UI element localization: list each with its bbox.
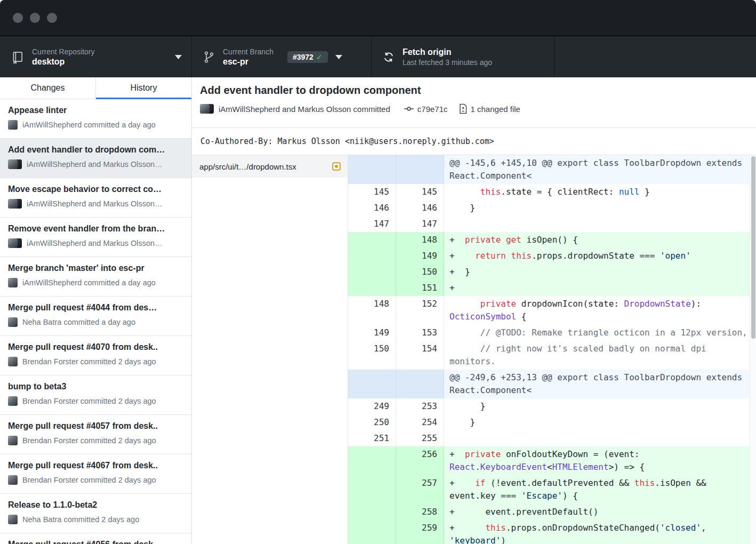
diff-row: 257+ if (!event.defaultPrevented && this… xyxy=(348,475,756,504)
diff-row: 151+ xyxy=(348,280,756,296)
commit-item-title: Merge pull request #4056 from desk.. xyxy=(8,539,183,544)
minimize-window-button[interactable] xyxy=(30,13,40,23)
diff-area: app/src/ui/t…/dropdown.tsx @@ -145,6 +14… xyxy=(192,155,756,544)
fetch-origin-button[interactable]: Fetch origin Last fetched 3 minutes ago xyxy=(372,36,554,77)
commit-item-title: Merge pull request #4057 from desk.. xyxy=(8,420,183,432)
diff-gutter-new: 152 xyxy=(396,296,444,325)
commit-list-item[interactable]: Appease linter iAmWillShepherd committed… xyxy=(0,99,191,139)
commit-list: Appease linter iAmWillShepherd committed… xyxy=(0,99,191,544)
toolbar-spacer xyxy=(554,36,756,77)
diff-gutter-new: 254 xyxy=(396,414,444,430)
commit-list-item[interactable]: bump to beta3 Brendan Forster committed … xyxy=(0,375,191,415)
avatar-stack xyxy=(8,278,18,287)
diff-gutter-new: 258 xyxy=(396,504,444,520)
check-icon: ✓ xyxy=(316,53,323,61)
diff-row: 150154 // right now it's scaled badly on… xyxy=(348,341,756,370)
commit-item-title: Merge pull request #4067 from desk.. xyxy=(8,460,183,471)
diff-gutter-new: 257 xyxy=(396,475,444,504)
diff-row: 256+ private onFoldoutKeyDown = (event: … xyxy=(348,446,756,475)
commit-list-item[interactable]: Remove event handler from the bran… iAmW… xyxy=(0,218,191,257)
commit-item-byline: Brendan Forster committed 2 days ago xyxy=(22,397,156,405)
commit-list-item[interactable]: Add event handler to dropdown com… iAmWi… xyxy=(0,139,191,178)
commit-list-item[interactable]: Merge pull request #4057 from desk.. Bre… xyxy=(0,415,191,454)
commit-list-item[interactable]: Merge pull request #4070 from desk.. Bre… xyxy=(0,336,191,375)
diff-code-line: + xyxy=(444,280,756,296)
diff-gutter-new: 154 xyxy=(396,341,444,370)
changed-files-group: 1 changed file xyxy=(458,103,520,114)
close-window-button[interactable] xyxy=(13,13,23,23)
commit-list-item[interactable]: Release to 1.1.0-beta2 Neha Batra commit… xyxy=(0,494,191,533)
commit-byline: iAmWillShepherd and Markus Olsson commit… xyxy=(219,105,390,114)
diff-gutter-old: 149 xyxy=(348,325,396,341)
diff-gutter-new: 149 xyxy=(396,248,444,264)
commit-list-item[interactable]: Merge pull request #4067 from desk.. Bre… xyxy=(0,454,191,494)
diff-row: 250254 } xyxy=(348,414,756,430)
diff-scrollbar[interactable] xyxy=(750,155,756,544)
avatar-stack xyxy=(8,475,18,485)
avatar xyxy=(8,475,18,485)
diff-row: 249253 } xyxy=(348,398,756,414)
diff-code-line xyxy=(444,430,756,446)
current-branch-button[interactable]: Current Branch esc-pr #3972✓ xyxy=(192,36,372,77)
current-repository-button[interactable]: Current Repository desktop xyxy=(0,36,192,77)
commit-item-byline-row: Brendan Forster committed 2 days ago xyxy=(8,436,183,445)
diff-gutter-old: 147 xyxy=(348,216,396,232)
commit-item-byline: Brendan Forster committed 2 days ago xyxy=(22,357,156,366)
diff-code-line: + } xyxy=(444,264,756,280)
commit-list-item[interactable]: Move escape behavior to correct co… iAmW… xyxy=(0,178,191,218)
diff-code-line: + if (!event.defaultPrevented && this.is… xyxy=(444,475,756,504)
diff-code-line: + private onFoldoutKeyDown = (event: Rea… xyxy=(444,446,756,475)
commit-item-byline: Neha Batra committed a day ago xyxy=(22,318,135,326)
diff-code-line: + this.props.onDropdownStateChanged('clo… xyxy=(444,520,756,544)
commit-item-title: Merge branch 'master' into esc-pr xyxy=(8,262,183,274)
diff-code-line xyxy=(444,216,756,232)
commit-item-title: Release to 1.1.0-beta2 xyxy=(8,499,183,511)
commit-item-byline-row: Brendan Forster committed 2 days ago xyxy=(8,475,183,485)
commit-item-byline-row: iAmWillShepherd and Markus Olsson… xyxy=(8,238,183,248)
diff-gutter-old xyxy=(348,504,396,520)
diff-gutter-old xyxy=(348,264,396,280)
avatar xyxy=(8,357,18,366)
commit-list-item[interactable]: Merge pull request #4044 from des… Neha … xyxy=(0,297,191,336)
avatar xyxy=(8,120,18,130)
repo-book-icon xyxy=(11,50,25,64)
window-controls xyxy=(13,13,57,23)
commit-list-item[interactable]: Merge pull request #4056 from desk.. xyxy=(0,533,191,544)
commit-item-byline-row: Neha Batra committed 2 days ago xyxy=(8,515,183,524)
toolbar: Current Repository desktop Current Branc… xyxy=(0,36,756,77)
commit-item-byline-row: iAmWillShepherd and Markus Olsson… xyxy=(8,199,183,209)
file-list-item[interactable]: app/src/ui/t…/dropdown.tsx xyxy=(192,155,348,178)
repository-name: desktop xyxy=(32,57,95,67)
commit-item-byline: iAmWillShepherd committed a day ago xyxy=(22,278,156,287)
diff-gutter-old: 249 xyxy=(348,398,396,414)
diff-row: 149+ return this.props.dropdownState ===… xyxy=(348,248,756,264)
window-titlebar xyxy=(0,0,756,36)
diff-code-line: } xyxy=(444,414,756,430)
diff-gutter-old: 250 xyxy=(348,414,396,430)
diff-gutter-old xyxy=(348,280,396,296)
fetch-text: Fetch origin Last fetched 3 minutes ago xyxy=(403,47,492,67)
commit-description: Co-Authored-By: Markus Olsson <niik@user… xyxy=(192,128,756,155)
branch-text: Current Branch esc-pr xyxy=(223,47,274,67)
sidebar-tabs: Changes History xyxy=(0,77,191,99)
tab-changes[interactable]: Changes xyxy=(0,77,96,99)
diff-row: 150+ } xyxy=(348,264,756,280)
avatar xyxy=(8,515,18,524)
avatar xyxy=(8,159,18,169)
diff-gutter-new: 151 xyxy=(396,280,444,296)
file-path: app/src/ui/t…/dropdown.tsx xyxy=(199,162,296,171)
maximize-window-button[interactable] xyxy=(47,13,57,23)
diff-code-line: // right now it's scaled badly on normal… xyxy=(444,341,756,370)
commit-list-item[interactable]: Merge branch 'master' into esc-pr iAmWil… xyxy=(0,257,191,297)
avatar-stack xyxy=(8,159,22,169)
commit-item-title: Merge pull request #4070 from desk.. xyxy=(8,341,183,353)
avatar xyxy=(200,104,210,114)
diff-gutter-new: 253 xyxy=(396,398,444,414)
tab-history[interactable]: History xyxy=(96,77,191,99)
diff-gutter-new: 146 xyxy=(396,200,444,216)
diff-row: 149153 // @TODO: Remake triangle octicon… xyxy=(348,325,756,341)
avatar-stack xyxy=(8,357,18,366)
scrollbar-thumb[interactable] xyxy=(751,156,755,339)
modified-icon xyxy=(332,162,341,171)
diff-gutter-old: 150 xyxy=(348,341,396,370)
